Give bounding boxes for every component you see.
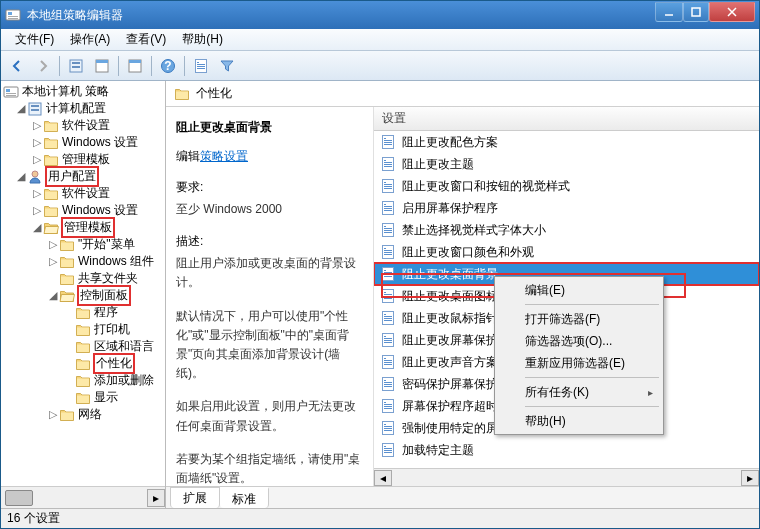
setting-icon bbox=[380, 310, 396, 326]
tree-item[interactable]: 添加或删除 bbox=[93, 372, 155, 389]
toolbar bbox=[1, 51, 759, 81]
up-button[interactable] bbox=[64, 54, 88, 78]
expander-icon[interactable]: ▷ bbox=[31, 187, 43, 200]
setting-icon bbox=[380, 266, 396, 282]
description-p4: 若要为某个组指定墙纸，请使用"桌面墙纸"设置。 bbox=[176, 450, 363, 486]
tree-hscrollbar[interactable]: ▸ bbox=[1, 486, 165, 508]
folder-icon bbox=[174, 86, 190, 102]
minimize-button[interactable] bbox=[655, 2, 683, 22]
menu-separator bbox=[525, 406, 659, 407]
forward-button bbox=[31, 54, 55, 78]
user-config-icon bbox=[27, 169, 43, 185]
tab-standard[interactable]: 标准 bbox=[220, 487, 269, 508]
tree-control-panel[interactable]: 控制面板 bbox=[77, 285, 131, 306]
list-item[interactable]: 启用屏幕保护程序 bbox=[374, 197, 759, 219]
expander-icon[interactable]: ◢ bbox=[47, 289, 59, 302]
setting-icon bbox=[380, 442, 396, 458]
description-label: 描述: bbox=[176, 233, 363, 250]
list-item[interactable]: 禁止选择视觉样式字体大小 bbox=[374, 219, 759, 241]
setting-icon bbox=[380, 200, 396, 216]
setting-icon bbox=[380, 354, 396, 370]
ctx-filter-options[interactable]: 筛选器选项(O)... bbox=[497, 330, 661, 352]
requirement-text: 至少 Windows 2000 bbox=[176, 200, 363, 219]
expander-icon[interactable]: ▷ bbox=[47, 238, 59, 251]
setting-icon bbox=[380, 398, 396, 414]
tree-computer-config[interactable]: 计算机配置 bbox=[45, 100, 107, 117]
expander-icon[interactable]: ▷ bbox=[47, 255, 59, 268]
tab-extended[interactable]: 扩展 bbox=[170, 487, 220, 508]
requirement-label: 要求: bbox=[176, 179, 363, 196]
menu-separator bbox=[525, 304, 659, 305]
maximize-button[interactable] bbox=[683, 2, 709, 22]
tree-user-config[interactable]: 用户配置 bbox=[45, 166, 99, 187]
tree-admin-templates[interactable]: 管理模板 bbox=[61, 217, 115, 238]
ctx-reapply-filter[interactable]: 重新应用筛选器(E) bbox=[497, 352, 661, 374]
filter-button[interactable] bbox=[215, 54, 239, 78]
filter-on-button[interactable] bbox=[189, 54, 213, 78]
expander-icon[interactable]: ◢ bbox=[31, 221, 43, 234]
scroll-right-icon[interactable]: ▸ bbox=[147, 489, 165, 507]
tree-item[interactable]: 网络 bbox=[77, 406, 103, 423]
properties-button[interactable] bbox=[123, 54, 147, 78]
expander-icon[interactable]: ◢ bbox=[15, 170, 27, 183]
titlebar[interactable]: 本地组策略编辑器 bbox=[1, 1, 759, 29]
header-title: 个性化 bbox=[196, 85, 232, 102]
context-menu: 编辑(E) 打开筛选器(F) 筛选器选项(O)... 重新应用筛选器(E) 所有… bbox=[494, 276, 664, 435]
folder-open-icon bbox=[43, 220, 59, 236]
expander-icon[interactable]: ▷ bbox=[31, 153, 43, 166]
tree-root[interactable]: 本地计算机 策略 bbox=[21, 83, 110, 100]
list-item[interactable]: 阻止更改配色方案 bbox=[374, 131, 759, 153]
ctx-edit[interactable]: 编辑(E) bbox=[497, 279, 661, 301]
ctx-help[interactable]: 帮助(H) bbox=[497, 410, 661, 432]
expander-icon[interactable]: ▷ bbox=[31, 204, 43, 217]
tree-item[interactable]: 程序 bbox=[93, 304, 119, 321]
back-button[interactable] bbox=[5, 54, 29, 78]
tree-item[interactable]: 打印机 bbox=[93, 321, 131, 338]
scrollbar-thumb[interactable] bbox=[5, 490, 33, 506]
folder-icon bbox=[75, 305, 91, 321]
content-header: 个性化 bbox=[166, 81, 759, 107]
list-item[interactable]: 阻止更改窗口和按钮的视觉样式 bbox=[374, 175, 759, 197]
policy-title: 阻止更改桌面背景 bbox=[176, 119, 363, 136]
policy-root-icon bbox=[3, 84, 19, 100]
description-p3: 如果启用此设置，则用户无法更改任何桌面背景设置。 bbox=[176, 397, 363, 435]
list-item[interactable]: 加载特定主题 bbox=[374, 439, 759, 461]
list-item[interactable]: 阻止更改窗口颜色和外观 bbox=[374, 241, 759, 263]
list-item[interactable]: 阻止更改主题 bbox=[374, 153, 759, 175]
expander-icon[interactable]: ◢ bbox=[15, 102, 27, 115]
expander-icon[interactable]: ▷ bbox=[31, 119, 43, 132]
setting-icon bbox=[380, 178, 396, 194]
tree-item[interactable]: Windows 设置 bbox=[61, 134, 139, 151]
setting-icon bbox=[380, 420, 396, 436]
scroll-right-icon[interactable]: ▸ bbox=[741, 470, 759, 486]
tree-item[interactable]: "开始"菜单 bbox=[77, 236, 136, 253]
navigation-tree[interactable]: 本地计算机 策略 ◢计算机配置 ▷软件设置 ▷Windows 设置 ▷管理模板 … bbox=[1, 81, 165, 486]
ctx-open-filter[interactable]: 打开筛选器(F) bbox=[497, 308, 661, 330]
folder-icon bbox=[43, 118, 59, 134]
tree-item[interactable]: Windows 组件 bbox=[77, 253, 155, 270]
expander-icon[interactable]: ▷ bbox=[31, 136, 43, 149]
menu-view[interactable]: 查看(V) bbox=[118, 31, 174, 48]
close-button[interactable] bbox=[709, 2, 755, 22]
list-column-header[interactable]: 设置 bbox=[374, 107, 759, 131]
list-hscrollbar[interactable]: ◂ ▸ bbox=[374, 468, 759, 486]
show-hide-button[interactable] bbox=[90, 54, 114, 78]
setting-icon bbox=[380, 332, 396, 348]
ctx-all-tasks[interactable]: 所有任务(K) bbox=[497, 381, 661, 403]
folder-icon bbox=[59, 237, 75, 253]
edit-policy-link[interactable]: 策略设置 bbox=[200, 149, 248, 163]
tree-item[interactable]: 软件设置 bbox=[61, 185, 111, 202]
scroll-left-icon[interactable]: ◂ bbox=[374, 470, 392, 486]
expander-icon[interactable]: ▷ bbox=[47, 408, 59, 421]
folder-icon bbox=[43, 135, 59, 151]
setting-icon bbox=[380, 288, 396, 304]
help-button[interactable] bbox=[156, 54, 180, 78]
menu-help[interactable]: 帮助(H) bbox=[174, 31, 231, 48]
menubar: 文件(F) 操作(A) 查看(V) 帮助(H) bbox=[1, 29, 759, 51]
tree-item[interactable]: 显示 bbox=[93, 389, 119, 406]
menu-action[interactable]: 操作(A) bbox=[62, 31, 118, 48]
menu-file[interactable]: 文件(F) bbox=[7, 31, 62, 48]
folder-icon bbox=[59, 271, 75, 287]
tree-item[interactable]: 软件设置 bbox=[61, 117, 111, 134]
tree-personalization[interactable]: 个性化 bbox=[93, 353, 135, 374]
